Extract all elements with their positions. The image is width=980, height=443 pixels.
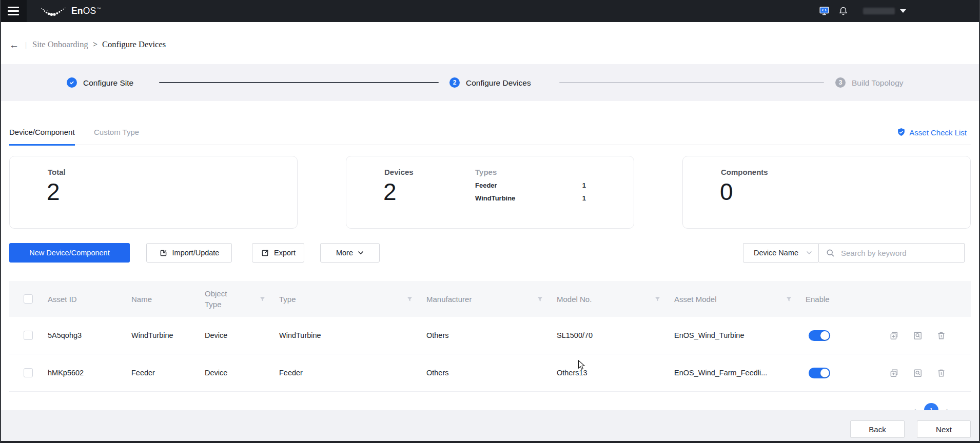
search-box (818, 243, 965, 263)
shield-check-icon (897, 128, 906, 137)
new-device-component-button[interactable]: New Device/Component (9, 243, 130, 263)
step1-label: Configure Site (83, 78, 133, 88)
wizard-stepper: Configure Site 2 Configure Devices 3 Bui… (0, 64, 980, 101)
user-menu[interactable] (857, 8, 906, 14)
components-value: 0 (720, 178, 733, 206)
devices-value: 2 (383, 178, 397, 206)
preview-icon[interactable] (913, 331, 923, 340)
duplicate-icon[interactable] (889, 331, 899, 340)
search-icon (826, 249, 835, 257)
col-asset-model: Asset Model (674, 294, 717, 305)
types-breakdown: Types Feeder 1 WindTurbine 1 (475, 168, 586, 202)
delete-icon[interactable] (936, 368, 946, 378)
search-field-select[interactable]: Device Name (743, 243, 819, 263)
col-model-no: Model No. (557, 294, 592, 305)
cell-name: WindTurbine (131, 331, 205, 339)
devices-table: Asset ID Name Object Type Type Manufactu… (9, 281, 971, 392)
cell-type: WindTurbine (279, 331, 426, 339)
enos-logo: EnOS™ (40, 0, 101, 22)
cell-type: Feeder (279, 369, 426, 377)
total-card: Total 2 (9, 156, 298, 229)
cell-asset-id: 5A5qohg3 (48, 331, 131, 339)
display-code-icon[interactable] (819, 6, 830, 16)
col-object-type: Object Type (205, 288, 232, 310)
hamburger-menu-button[interactable] (0, 0, 27, 22)
table-row: hMKp5602 Feeder Device Feeder Others Oth… (9, 354, 971, 392)
step1-done-circle (67, 77, 77, 88)
username-redacted (863, 8, 895, 14)
type-row-windturbine: WindTurbine 1 (475, 194, 586, 202)
cell-model-no: Others13 (557, 369, 674, 377)
table-row: 5A5qohg3 WindTurbine Device WindTurbine … (9, 317, 971, 354)
import-update-button[interactable]: Import/Update (146, 243, 232, 263)
devices-label: Devices (384, 168, 414, 176)
cell-object-type: Device (205, 369, 279, 377)
col-enable: Enable (806, 295, 882, 304)
wizard-footer: Back Next (0, 410, 980, 441)
breadcrumb-current-page: Configure Devices (102, 39, 166, 50)
filter-icon[interactable] (654, 296, 661, 303)
devices-card: Devices 2 Types Feeder 1 WindTurbine 1 (346, 156, 634, 229)
cell-name: Feeder (131, 369, 205, 377)
row-checkbox[interactable] (24, 331, 33, 340)
chevron-down-icon (358, 251, 364, 255)
asset-check-list-label: Asset Check List (909, 128, 967, 137)
delete-icon[interactable] (936, 331, 946, 340)
top-navigation-bar: EnOS™ (0, 0, 980, 22)
enos-swoosh-icon (40, 5, 67, 18)
cell-manufacturer: Others (426, 331, 557, 339)
cell-asset-id: hMKp5602 (48, 369, 131, 377)
chevron-down-icon (806, 251, 812, 255)
tab-bar: Device/Component Custom Type Asset Check… (9, 123, 971, 145)
tab-custom-type[interactable]: Custom Type (94, 123, 139, 144)
filter-icon[interactable] (537, 296, 543, 303)
search-input[interactable] (840, 245, 964, 261)
total-label: Total (48, 168, 66, 176)
col-asset-id: Asset ID (48, 295, 131, 304)
step2-label: Configure Devices (466, 78, 531, 88)
bell-icon[interactable] (838, 6, 848, 16)
filter-icon[interactable] (259, 296, 266, 303)
next-button[interactable]: Next (917, 420, 971, 438)
back-button[interactable]: Back (850, 420, 905, 438)
select-all-checkbox[interactable] (24, 294, 33, 304)
duplicate-icon[interactable] (889, 368, 899, 378)
filter-icon[interactable] (406, 296, 413, 303)
cell-asset-model: EnOS_Wind_Farm_Feedli... (674, 369, 806, 377)
col-name: Name (131, 295, 205, 304)
components-label: Components (721, 168, 768, 176)
enos-configure-devices-page: EnOS™ ← | Site Onboarding > Configure De… (0, 0, 980, 443)
breadcrumb-site-onboarding[interactable]: Site Onboarding (32, 39, 88, 50)
logo-text: EnOS™ (71, 6, 101, 16)
asset-check-list-link[interactable]: Asset Check List (897, 128, 967, 137)
table-header-row: Asset ID Name Object Type Type Manufactu… (9, 281, 971, 317)
enable-toggle-on[interactable] (809, 330, 830, 341)
back-arrow-icon[interactable]: ← (9, 40, 19, 50)
col-manufacturer: Manufacturer (426, 294, 472, 305)
type-row-feeder: Feeder 1 (475, 182, 586, 189)
chevron-down-icon (900, 9, 906, 13)
filter-icon[interactable] (786, 296, 792, 303)
types-label: Types (475, 168, 586, 176)
preview-icon[interactable] (913, 368, 923, 378)
table-toolbar: New Device/Component Import/Update Expor… (9, 243, 971, 263)
col-type: Type (279, 294, 296, 305)
cell-object-type: Device (205, 331, 279, 339)
export-button[interactable]: Export (252, 243, 304, 263)
enable-toggle-on[interactable] (809, 368, 830, 378)
summary-cards: Total 2 Devices 2 Types Feeder 1 WindTur… (9, 156, 971, 229)
cell-asset-model: EnOS_Wind_Turbine (674, 331, 806, 339)
breadcrumb-divider: | (25, 41, 27, 49)
tab-device-component[interactable]: Device/Component (9, 123, 75, 146)
cell-model-no: SL1500/70 (557, 331, 674, 339)
export-icon (261, 249, 269, 257)
row-checkbox[interactable] (24, 368, 33, 377)
step-connector-done (159, 82, 439, 83)
more-button[interactable]: More (320, 243, 380, 263)
step3-circle: 3 (835, 77, 846, 88)
cell-manufacturer: Others (426, 369, 557, 377)
step-connector-upcoming (559, 82, 824, 83)
breadcrumb-separator: > (93, 39, 97, 50)
breadcrumb: ← | Site Onboarding > Configure Devices (9, 38, 166, 51)
check-icon (69, 79, 75, 86)
